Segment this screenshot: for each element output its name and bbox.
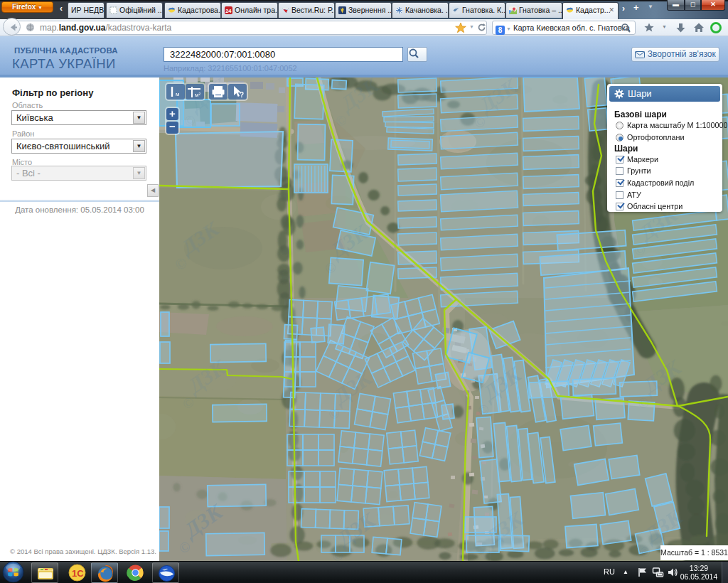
svg-text:?: ? [240,91,244,99]
svg-text:1С: 1С [72,568,84,579]
svg-text:м²: м² [195,92,201,98]
svg-text:24: 24 [225,8,232,14]
svg-text:м: м [176,91,180,97]
